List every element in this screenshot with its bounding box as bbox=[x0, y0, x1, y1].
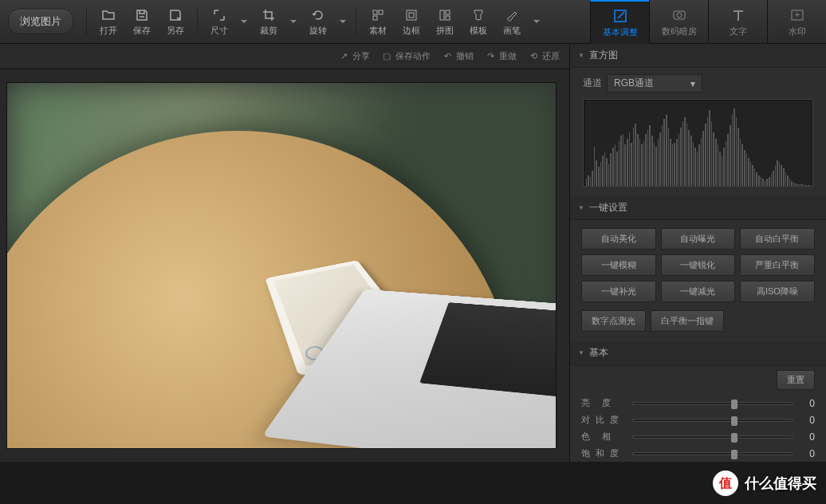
section-histogram[interactable]: ▼直方图 bbox=[570, 44, 826, 68]
histogram-bar bbox=[697, 152, 698, 186]
size-dropdown-icon[interactable] bbox=[236, 2, 252, 41]
chevron-down-icon: ▾ bbox=[690, 78, 695, 89]
histogram-bar bbox=[690, 136, 692, 186]
histogram-bar bbox=[769, 177, 770, 186]
browse-images-button[interactable]: 浏览图片 bbox=[8, 9, 73, 34]
collapse-icon: ▼ bbox=[578, 204, 584, 211]
slider-thumb[interactable] bbox=[731, 450, 738, 459]
photo-preview[interactable] bbox=[6, 82, 557, 449]
histogram-bar bbox=[702, 131, 704, 186]
quick-button[interactable]: 严重白平衡 bbox=[740, 254, 815, 276]
histogram-bar bbox=[590, 177, 592, 186]
tool-template[interactable]: 模板 bbox=[462, 2, 495, 41]
tool-rotate[interactable]: 旋转 bbox=[301, 2, 335, 41]
svg-rect-0 bbox=[373, 10, 377, 14]
tab-watermark[interactable]: +水印 bbox=[767, 0, 826, 44]
watermark-icon: + bbox=[789, 6, 806, 24]
histogram-bar bbox=[750, 162, 752, 186]
quick-button[interactable]: 自动白平衡 bbox=[740, 228, 815, 250]
histogram-bar bbox=[718, 144, 719, 186]
rotate-dropdown-icon[interactable] bbox=[335, 2, 351, 41]
histogram-bar bbox=[612, 148, 614, 186]
undo-button[interactable]: ↶撤销 bbox=[442, 50, 474, 62]
brush-dropdown-icon[interactable] bbox=[529, 2, 545, 41]
histogram-bar bbox=[748, 158, 749, 186]
quick-button[interactable]: 一键补光 bbox=[581, 281, 656, 302]
quick-button[interactable]: 白平衡一指键 bbox=[651, 310, 724, 332]
channel-select[interactable]: RGB通道▾ bbox=[607, 74, 702, 93]
slider-value: 0 bbox=[799, 448, 815, 459]
reset-button[interactable]: 重置 bbox=[777, 370, 815, 390]
tool-collage[interactable]: 拼图 bbox=[428, 2, 462, 41]
quick-button[interactable]: 一键锐化 bbox=[661, 254, 736, 276]
slider-track[interactable] bbox=[632, 419, 793, 422]
histogram-bar bbox=[800, 184, 801, 186]
tool-saveas[interactable]: 另存 bbox=[159, 2, 192, 41]
histogram-bar bbox=[711, 121, 713, 186]
text-icon bbox=[730, 6, 747, 24]
histogram-bar bbox=[649, 125, 651, 186]
tool-save[interactable]: 保存 bbox=[125, 2, 159, 41]
histogram-bar bbox=[791, 181, 793, 186]
histogram-bar bbox=[637, 134, 639, 186]
histogram-bar bbox=[666, 115, 667, 186]
slider-thumb[interactable] bbox=[731, 400, 738, 409]
slider-thumb[interactable] bbox=[731, 433, 738, 443]
tab-basic-adjust[interactable]: 基本调整 bbox=[590, 0, 649, 44]
slider-value: 0 bbox=[799, 431, 815, 443]
quick-button[interactable]: 一键减光 bbox=[661, 281, 736, 302]
tool-brush[interactable]: 画笔 bbox=[495, 2, 529, 41]
histogram-bar bbox=[616, 152, 618, 186]
histogram-bar bbox=[736, 117, 738, 186]
histogram-bar bbox=[701, 138, 702, 186]
histogram-bar bbox=[647, 130, 649, 186]
slider-track[interactable] bbox=[632, 452, 793, 455]
redo-button[interactable]: ↷重做 bbox=[485, 50, 517, 62]
histogram-bar bbox=[761, 177, 762, 186]
slider-row: 亮 度0 bbox=[570, 395, 826, 411]
tab-darkroom[interactable]: 数码暗房 bbox=[649, 0, 708, 44]
save-action-button[interactable]: ▢保存动作 bbox=[381, 50, 431, 62]
histogram-bar bbox=[655, 147, 657, 186]
histogram-bar bbox=[658, 139, 659, 186]
canvas-area bbox=[0, 69, 569, 462]
share-button[interactable]: ↗分享 bbox=[338, 50, 370, 62]
slider-row: 对 比 度0 bbox=[570, 411, 826, 428]
section-oneclick[interactable]: ▼一键设置 bbox=[570, 196, 826, 220]
tool-size[interactable]: 尺寸 bbox=[203, 2, 236, 41]
slider-track[interactable] bbox=[632, 435, 793, 439]
channel-row: 通道 RGB通道▾ bbox=[570, 68, 826, 99]
histogram-bar bbox=[781, 165, 782, 186]
histogram-bar bbox=[684, 117, 686, 186]
crop-dropdown-icon[interactable] bbox=[285, 2, 301, 41]
histogram-chart bbox=[583, 99, 813, 187]
quick-button[interactable]: 数字点测光 bbox=[581, 310, 646, 332]
watermark-circle: 值 bbox=[713, 471, 738, 496]
border-icon bbox=[403, 7, 419, 23]
slider-track[interactable] bbox=[632, 402, 793, 405]
histogram-bar bbox=[785, 172, 787, 186]
quick-button[interactable]: 高ISO降噪 bbox=[740, 281, 815, 302]
adjust-icon bbox=[612, 7, 629, 25]
tool-border[interactable]: 边框 bbox=[395, 2, 428, 41]
tool-crop[interactable]: 裁剪 bbox=[252, 2, 285, 41]
slider-thumb[interactable] bbox=[731, 416, 738, 426]
histogram-bar bbox=[771, 174, 773, 186]
quick-button[interactable]: 自动美化 bbox=[581, 228, 656, 250]
histogram-bar bbox=[624, 144, 626, 186]
svg-point-10 bbox=[677, 13, 682, 18]
share-icon: ↗ bbox=[338, 51, 349, 62]
histogram-bar bbox=[676, 139, 678, 186]
restore-button[interactable]: ⟲还原 bbox=[528, 50, 560, 62]
quick-button[interactable]: 一键模糊 bbox=[581, 254, 656, 276]
tool-open[interactable]: 打开 bbox=[92, 2, 125, 41]
save-action-icon: ▢ bbox=[381, 51, 392, 62]
section-basic[interactable]: ▼基本 bbox=[570, 341, 826, 365]
slider-label: 色 相 bbox=[581, 431, 626, 443]
tool-assets[interactable]: 素材 bbox=[361, 2, 395, 41]
tab-text[interactable]: 文字 bbox=[708, 0, 767, 44]
histogram-bar bbox=[732, 115, 734, 186]
histogram-bar bbox=[663, 119, 665, 186]
secondary-toolbar: ↗分享 ▢保存动作 ↶撤销 ↷重做 ⟲还原 bbox=[0, 44, 569, 69]
quick-button[interactable]: 自动曝光 bbox=[661, 228, 736, 250]
